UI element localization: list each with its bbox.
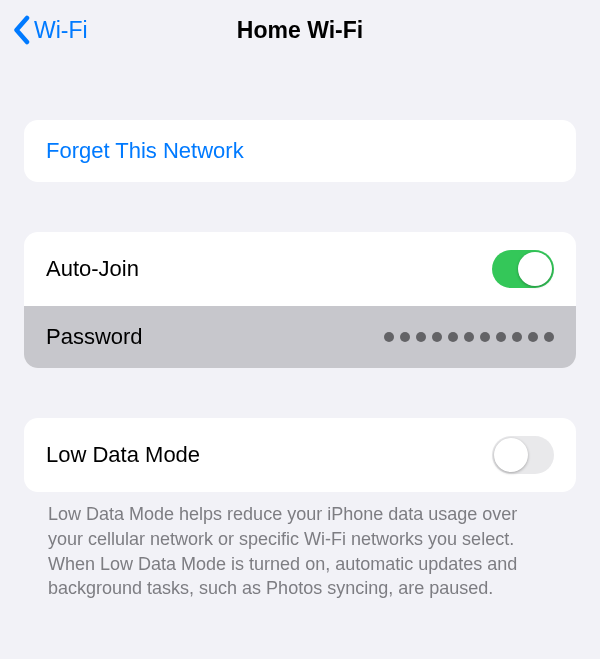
toggle-knob [494,438,528,472]
forget-group: Forget This Network [24,120,576,182]
autojoin-row: Auto-Join [24,232,576,306]
password-dots [384,332,554,342]
back-button[interactable]: Wi-Fi [10,15,88,45]
autojoin-label: Auto-Join [46,256,139,282]
lowdata-group: Low Data Mode [24,418,576,492]
lowdata-section: Low Data Mode Low Data Mode helps reduce… [24,418,576,601]
password-row[interactable]: Password [24,306,576,368]
chevron-left-icon [10,15,32,45]
navbar: Wi-Fi Home Wi-Fi [0,0,600,60]
forget-network-label: Forget This Network [46,138,244,164]
lowdata-label: Low Data Mode [46,442,200,468]
lowdata-help-text: Low Data Mode helps reduce your iPhone d… [24,492,576,601]
password-label: Password [46,324,143,350]
autojoin-toggle[interactable] [492,250,554,288]
lowdata-row: Low Data Mode [24,418,576,492]
toggle-knob [518,252,552,286]
network-settings-section: Auto-Join Password [24,232,576,368]
forget-network-button[interactable]: Forget This Network [24,120,576,182]
network-settings-group: Auto-Join Password [24,232,576,368]
page-title: Home Wi-Fi [0,17,600,44]
lowdata-toggle[interactable] [492,436,554,474]
back-label: Wi-Fi [34,17,88,44]
forget-section: Forget This Network [24,120,576,182]
